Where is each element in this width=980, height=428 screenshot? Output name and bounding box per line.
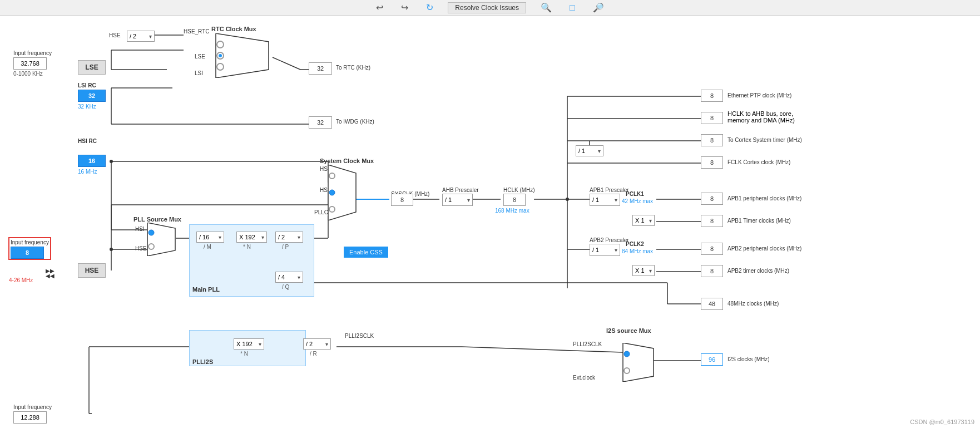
svg-point-65 (329, 173, 335, 179)
zoom-in-icon[interactable]: 🔍 (537, 1, 555, 14)
svg-point-53 (110, 248, 113, 251)
hclk-value: 8 (503, 194, 526, 206)
hse-component: HSE (78, 263, 106, 278)
redo-icon[interactable]: ↪ (398, 1, 412, 14)
enable-css-button[interactable]: Enable CSS (344, 247, 388, 258)
bottom-freq-input[interactable] (13, 411, 47, 424)
to-iwdg-label: To IWDG (KHz) (336, 119, 374, 125)
apb1-timer-value: 8 (701, 215, 723, 227)
apb1-periph-value: 8 (701, 193, 723, 205)
ahb-div-select[interactable]: / 1 (442, 194, 473, 206)
svg-point-67 (329, 206, 335, 212)
apb2-periph-value: 8 (701, 243, 723, 255)
mhz48-value: 48 (701, 298, 723, 310)
apb1-div-select[interactable]: / 1 (590, 194, 620, 206)
zoom-out-icon[interactable]: 🔎 (590, 1, 607, 14)
refresh-icon[interactable]: ↻ (423, 1, 437, 14)
r-divider-select[interactable]: / 2 (303, 338, 331, 350)
hse-div2-select[interactable]: / 2 (127, 31, 155, 42)
hclk-ahb-value: 8 (701, 112, 723, 124)
hclk-max: 168 MHz max (495, 208, 529, 214)
q-label: / Q (282, 284, 289, 290)
bottom-input-container: Input frequency (13, 404, 52, 424)
pclk1-max: 42 MHz max (622, 198, 653, 204)
lsi-mux-label: LSI (195, 70, 203, 76)
q-divider-select[interactable]: / 4 (275, 272, 303, 283)
ahb-label: AHB Prescaler (442, 187, 479, 193)
hsi-value: 16 (78, 155, 106, 167)
svg-marker-68 (623, 343, 654, 382)
ethernet-value: 8 (701, 90, 723, 102)
hclk-ahb-label-container: HCLK to AHB bus, core, memory and DMA (M… (727, 110, 795, 124)
svg-point-57 (217, 41, 224, 48)
n-multiplier-select[interactable]: X 192 (236, 232, 267, 243)
i2s-value: 96 (701, 353, 723, 366)
r-label: / R (310, 351, 317, 357)
svg-point-59 (219, 54, 222, 57)
zoom-fit-icon[interactable]: □ (566, 2, 578, 14)
lse-input-container: Input frequency 0-1000 KHz (13, 50, 52, 76)
svg-point-66 (329, 190, 335, 195)
resolve-button[interactable]: Resolve Clock Issues (448, 2, 526, 13)
apb2-periph-label: APB2 peripheral clocks (MHz) (727, 245, 801, 252)
toolbar: ↩ ↪ ↻ Resolve Clock Issues 🔍 □ 🔎 (0, 0, 980, 16)
ext-clock-label: Ext.clock (573, 375, 595, 381)
hse-freq-value: 8 (11, 247, 44, 259)
svg-line-4 (273, 57, 300, 70)
to-iwdg-value: 32 (309, 116, 332, 129)
lse-freq-label: Input frequency (13, 50, 52, 56)
hse-freq-label: Input frequency (11, 239, 49, 245)
hse-before-rtc-label: HSE (109, 32, 121, 38)
svg-point-69 (624, 351, 630, 357)
fclk-value: 8 (701, 156, 723, 169)
main-container: ↩ ↪ ↻ Resolve Clock Issues 🔍 □ 🔎 (0, 0, 980, 428)
apb2-div-select[interactable]: / 1 (590, 244, 620, 256)
canvas: Input frequency 0-1000 KHz LSE HSE_RTC /… (0, 16, 980, 428)
hclk-ahb-label2: memory and DMA (MHz) (727, 117, 795, 124)
apb1-label: APB1 Prescaler (590, 187, 629, 193)
n-label: * N (243, 244, 251, 250)
hsi-unit: 16 MHz (78, 169, 97, 175)
apb1-timer-x1[interactable]: X 1 (632, 215, 655, 226)
lse-mux-label: LSE (195, 53, 205, 60)
svg-point-70 (624, 368, 630, 373)
svg-point-60 (217, 63, 224, 70)
m-divider-select[interactable]: / 16 (196, 232, 224, 243)
i2s-label: I2S clocks (MHz) (727, 356, 770, 362)
apb2-timer-value: 8 (701, 265, 723, 277)
plli2s-label: PLLI2S (192, 358, 308, 365)
lsi-unit: 32 KHz (78, 104, 96, 110)
hclk-label: HCLK (MHz) (503, 187, 535, 193)
p-divider-select[interactable]: / 2 (275, 232, 303, 243)
cortex-timer-label: To Cortex System timer (MHz) (727, 137, 802, 143)
lsi-value: 32 (78, 90, 106, 102)
i2s-mux-label: I2S source Mux (606, 327, 651, 334)
pclk2-label: PCLK2 (626, 241, 644, 247)
sysclk-value: 8 (391, 194, 413, 206)
pclk2-max: 84 MHz max (622, 248, 653, 254)
mhz48-label: 48MHz clocks (MHz) (727, 301, 779, 307)
pclk1-label: PCLK1 (626, 191, 644, 197)
i2s-n-select[interactable]: X 192 (234, 338, 264, 350)
hclk-ahb-label1: HCLK to AHB bus, core, (727, 110, 795, 117)
apb1-periph-label: APB1 peripheral clocks (MHz) (727, 195, 801, 201)
cortex-div-select[interactable]: / 1 (576, 145, 603, 156)
plli2sclk-mux-label: PLLI2SCLK (573, 341, 602, 347)
m-label: / M (204, 244, 211, 250)
lsi-rc-label: LSI RC (78, 82, 96, 88)
hse-arrow-left: ◀◀ (46, 273, 55, 279)
to-rtc-value: 32 (309, 62, 332, 75)
cortex-timer-value: 8 (701, 134, 723, 146)
hse-rtc-label: HSE_RTC (184, 28, 210, 35)
pll-source-mux-label: PLL Source Mux (133, 216, 181, 223)
hsi-pll-label: HSI (135, 226, 145, 232)
svg-marker-61 (147, 223, 175, 256)
apb2-label: APB2 Prescaler (590, 237, 629, 243)
bottom-freq-label: Input frequency (13, 404, 52, 410)
main-pll-label: Main PLL (192, 286, 316, 293)
lse-freq-input[interactable] (13, 57, 47, 70)
undo-icon[interactable]: ↩ (373, 1, 387, 14)
svg-line-46 (462, 347, 623, 352)
apb2-timer-x1[interactable]: X 1 (632, 265, 655, 276)
watermark: CSDN @m0_61973119 (910, 419, 974, 425)
